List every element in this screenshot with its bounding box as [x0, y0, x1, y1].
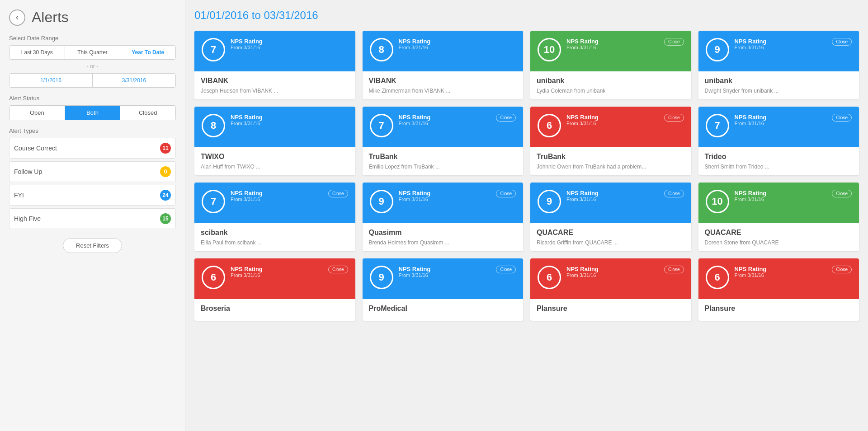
sidebar-header: ‹ Alerts [9, 9, 176, 26]
nps-date-text: From 3/31/16 [735, 197, 832, 202]
date-last30-button[interactable]: Last 30 Days [9, 46, 65, 59]
card-description: Lydia Coleman from unibank [537, 88, 685, 94]
close-pill[interactable]: Close [496, 190, 516, 197]
sidebar: ‹ Alerts Select Date Range Last 30 Days … [0, 0, 185, 431]
alert-card[interactable]: 6 NPS Rating From 3/31/16 Close TruBank … [530, 107, 691, 175]
date-start-input[interactable] [9, 74, 93, 87]
alert-card[interactable]: 9 NPS Rating From 3/31/16 Close ProMedic… [363, 258, 524, 321]
alert-type-badge: 24 [160, 190, 171, 201]
close-pill[interactable]: Close [832, 114, 852, 122]
status-buttons: Open Both Closed [9, 105, 176, 120]
alert-card[interactable]: 7 NPS Rating From 3/31/16 Close TruBank … [363, 107, 524, 175]
alert-type-name: Follow Up [14, 168, 42, 175]
alert-type-course-correct[interactable]: Course Correct 11 [9, 138, 176, 159]
card-description: Alan Huff from TWIXO ... [201, 164, 349, 170]
nps-score: 10 [538, 38, 561, 61]
card-header: 6 NPS Rating From 3/31/16 Close [530, 107, 691, 147]
alert-card[interactable]: 6 NPS Rating From 3/31/16 Close Plansure [530, 258, 691, 321]
card-body: TruBank Johnnie Owen from TruBank had a … [530, 147, 691, 175]
nps-score: 6 [706, 266, 729, 289]
card-header: 9 NPS Rating From 3/31/16 Close [698, 31, 859, 71]
card-description: Ricardo Griffin from QUACARE ... [537, 239, 685, 246]
card-company: TruBank [537, 153, 685, 161]
nps-info: NPS Rating From 3/31/16 [399, 114, 496, 126]
nps-rating-text: NPS Rating [399, 266, 496, 272]
nps-info: NPS Rating From 3/31/16 [566, 38, 664, 50]
close-pill[interactable]: Close [664, 190, 684, 197]
nps-rating-text: NPS Rating [566, 38, 664, 45]
main-header: 01/01/2016 to 03/31/2016 [194, 9, 859, 22]
nps-score: 7 [370, 114, 393, 137]
alert-card[interactable]: 8 NPS Rating From 3/31/16 TWIXO Alan Huf… [194, 107, 355, 175]
card-header: 7 NPS Rating From 3/31/16 Close [363, 107, 524, 147]
close-pill[interactable]: Close [832, 38, 852, 46]
alert-card[interactable]: 10 NPS Rating From 3/31/16 Close QUACARE… [698, 183, 859, 251]
card-body: Plansure [698, 299, 859, 321]
reset-filters-button[interactable]: Reset Filters [63, 238, 122, 253]
nps-score: 9 [370, 190, 393, 213]
status-both-button[interactable]: Both [65, 106, 121, 120]
card-description: Sherri Smith from Trideo ... [705, 164, 853, 170]
nps-date-text: From 3/31/16 [735, 45, 832, 50]
alert-type-fyi[interactable]: FYI 24 [9, 185, 176, 206]
card-company: VIBANK [201, 77, 349, 85]
status-closed-button[interactable]: Closed [120, 106, 175, 120]
close-pill[interactable]: Close [832, 266, 852, 273]
nps-date-text: From 3/31/16 [231, 45, 348, 50]
card-header: 9 NPS Rating From 3/31/16 Close [530, 183, 691, 223]
alert-type-follow-up[interactable]: Follow Up 0 [9, 161, 176, 182]
nps-date-text: From 3/31/16 [566, 45, 664, 50]
nps-info: NPS Rating From 3/31/16 [231, 114, 348, 126]
alert-type-high-five[interactable]: High Five 15 [9, 208, 176, 229]
alert-card[interactable]: 6 NPS Rating From 3/31/16 Close Plansure [698, 258, 859, 321]
date-thisquarter-button[interactable]: This Quarter [65, 46, 121, 59]
card-company: QUACARE [537, 229, 685, 237]
nps-rating-text: NPS Rating [399, 38, 516, 45]
alert-card[interactable]: 7 NPS Rating From 3/31/16 VIBANK Joseph … [194, 31, 355, 99]
close-pill[interactable]: Close [328, 266, 348, 273]
card-company: ProMedical [369, 305, 517, 313]
status-open-button[interactable]: Open [9, 106, 65, 120]
card-company: unibank [705, 77, 853, 85]
nps-score: 6 [538, 114, 561, 137]
alert-card[interactable]: 9 NPS Rating From 3/31/16 Close unibank … [698, 31, 859, 99]
close-pill[interactable]: Close [496, 266, 516, 273]
date-inputs [9, 73, 176, 88]
close-pill[interactable]: Close [664, 38, 684, 46]
card-header: 9 NPS Rating From 3/31/16 Close [363, 258, 524, 299]
nps-info: NPS Rating From 3/31/16 [735, 266, 832, 278]
alert-types-label: Alert Types [9, 127, 176, 134]
date-range-label: Select Date Range [9, 35, 176, 42]
alert-card[interactable]: 9 NPS Rating From 3/31/16 Close QUACARE … [530, 183, 691, 251]
nps-score: 9 [370, 266, 393, 289]
nps-date-text: From 3/31/16 [566, 121, 664, 126]
close-pill[interactable]: Close [328, 190, 348, 197]
alert-card[interactable]: 7 NPS Rating From 3/31/16 Close scibank … [194, 183, 355, 251]
card-description: Emilio Lopez from TruBank ... [369, 164, 517, 170]
alert-card[interactable]: 9 NPS Rating From 3/31/16 Close Quasimm … [363, 183, 524, 251]
back-button[interactable]: ‹ [9, 9, 25, 26]
alert-card[interactable]: 7 NPS Rating From 3/31/16 Close Trideo S… [698, 107, 859, 175]
card-company: unibank [537, 77, 685, 85]
card-company: TruBank [369, 153, 517, 161]
card-body: Broseria [194, 299, 355, 321]
nps-info: NPS Rating From 3/31/16 [399, 38, 516, 50]
close-pill[interactable]: Close [496, 114, 516, 122]
alert-card[interactable]: 10 NPS Rating From 3/31/16 Close unibank… [530, 31, 691, 99]
nps-date-text: From 3/31/16 [735, 121, 832, 126]
alert-card[interactable]: 6 NPS Rating From 3/31/16 Close Broseria [194, 258, 355, 321]
alert-card[interactable]: 8 NPS Rating From 3/31/16 VIBANK Mike Zi… [363, 31, 524, 99]
nps-info: NPS Rating From 3/31/16 [566, 266, 664, 278]
nps-date-text: From 3/31/16 [566, 197, 664, 202]
close-pill[interactable]: Close [664, 266, 684, 273]
close-pill[interactable]: Close [664, 114, 684, 122]
alert-status-label: Alert Status [9, 95, 176, 102]
nps-info: NPS Rating From 3/31/16 [566, 114, 664, 126]
close-pill[interactable]: Close [832, 190, 852, 197]
card-body: Quasimm Brenda Holmes from Quasimm ... [363, 223, 524, 251]
nps-date-text: From 3/31/16 [231, 197, 328, 202]
card-header: 9 NPS Rating From 3/31/16 Close [363, 183, 524, 223]
date-range-buttons: Last 30 Days This Quarter Year To Date [9, 45, 176, 60]
date-yeartodate-button[interactable]: Year To Date [120, 46, 175, 59]
date-end-input[interactable] [93, 74, 175, 87]
